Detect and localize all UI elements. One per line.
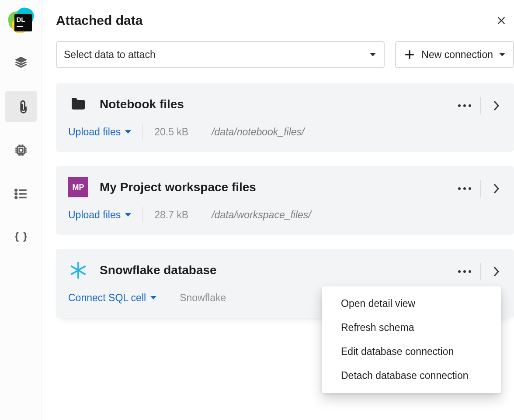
new-connection-button[interactable]: New connection (395, 41, 514, 68)
card-more-button[interactable] (452, 259, 477, 284)
project-badge: MP (68, 177, 88, 197)
file-size: 28.7 kB (154, 209, 188, 221)
card-expand-button[interactable] (484, 259, 509, 284)
svg-point-18 (76, 269, 80, 272)
card-workspace-files: MP My Project workspace files Upload fil… (56, 166, 514, 235)
card-title: Snowflake database (100, 263, 217, 277)
close-button[interactable] (493, 12, 510, 29)
sidebar-braces-button[interactable] (5, 222, 37, 253)
folder-icon (68, 94, 88, 114)
main-panel: Attached data Select data to attach New … (42, 0, 514, 420)
svg-point-4 (15, 197, 17, 199)
divider (168, 290, 168, 306)
card-notebook-files: Notebook files Upload files (56, 83, 514, 152)
svg-point-15 (458, 187, 461, 190)
svg-point-14 (469, 104, 471, 107)
select-placeholder: Select data to attach (64, 49, 156, 61)
sidebar-chip-button[interactable] (5, 134, 37, 166)
connect-sql-cell-link[interactable]: Connect SQL cell (68, 292, 156, 304)
svg-point-19 (458, 270, 461, 273)
sidebar-attached-data-button[interactable] (5, 91, 37, 122)
logo-text: DL (17, 16, 30, 23)
svg-rect-0 (17, 147, 24, 154)
card-expand-button[interactable] (484, 176, 509, 201)
page-title: Attached data (56, 13, 142, 28)
new-connection-label: New connection (421, 49, 493, 61)
card-more-button[interactable] (452, 176, 477, 201)
upload-files-link[interactable]: Upload files (68, 126, 131, 138)
menu-detach-connection[interactable]: Detach database connection (322, 364, 501, 388)
svg-point-12 (458, 104, 461, 107)
card-expand-button[interactable] (484, 93, 509, 118)
menu-open-detail[interactable]: Open detail view (322, 292, 501, 316)
divider (480, 180, 481, 197)
sidebar: DL (0, 0, 42, 420)
svg-point-3 (15, 193, 17, 195)
svg-point-17 (469, 187, 471, 190)
upload-files-link[interactable]: Upload files (68, 209, 131, 221)
sidebar-layers-button[interactable] (5, 47, 37, 79)
divider (142, 124, 143, 140)
caret-down-icon (150, 296, 156, 300)
app-logo: DL (8, 8, 34, 33)
svg-point-16 (463, 187, 466, 190)
svg-point-2 (15, 189, 17, 191)
divider (200, 124, 200, 140)
svg-point-13 (463, 104, 466, 107)
sidebar-list-button[interactable] (5, 178, 37, 210)
select-data-dropdown[interactable]: Select data to attach (56, 41, 385, 68)
file-size: 20.5 kB (154, 126, 188, 138)
caret-down-icon (125, 130, 131, 134)
card-more-button[interactable] (452, 93, 477, 118)
menu-refresh-schema[interactable]: Refresh schema (322, 316, 501, 340)
snowflake-icon (68, 260, 88, 280)
svg-point-20 (463, 270, 466, 273)
card-title: My Project workspace files (100, 180, 256, 194)
svg-rect-1 (19, 148, 23, 152)
caret-down-icon (125, 213, 131, 217)
file-path: /data/workspace_files/ (212, 209, 311, 221)
svg-point-21 (469, 270, 471, 273)
context-menu: Open detail view Refresh schema Edit dat… (322, 286, 501, 393)
divider (480, 97, 481, 114)
divider (142, 207, 143, 223)
file-path: /data/notebook_files/ (212, 126, 304, 138)
caret-down-icon (499, 53, 505, 56)
divider (480, 263, 481, 280)
caret-down-icon (370, 53, 376, 56)
menu-edit-connection[interactable]: Edit database connection (322, 340, 501, 364)
card-title: Notebook files (100, 97, 184, 111)
db-type: Snowflake (180, 292, 226, 304)
divider (200, 207, 200, 223)
